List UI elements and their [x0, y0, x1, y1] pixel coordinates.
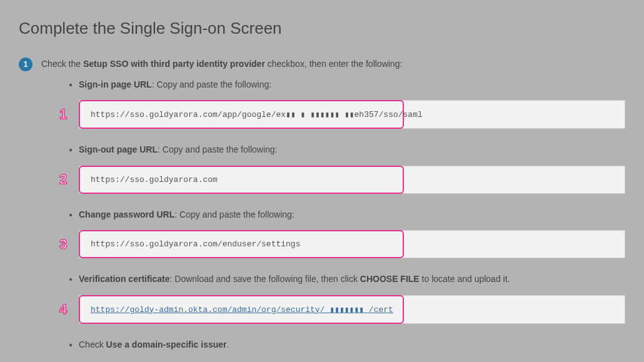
list-item: Verification certificate: Download and s…: [79, 272, 625, 286]
bullet-list: Check Use a domain-specific issuer. (Opt…: [79, 338, 625, 362]
annotation-number: 4: [55, 301, 71, 318]
code-row: 1 https://sso.goldyarora.com/app/google/…: [55, 100, 625, 129]
step-suffix: checkbox, then enter the following:: [265, 59, 402, 69]
list-item: Check Use a domain-specific issuer.: [79, 338, 625, 351]
item-label-rest-prefix: : Download and save the following file, …: [170, 274, 360, 284]
code-row: 3 https://sso.goldyarora.com/enduser/set…: [55, 230, 625, 258]
annotation-number: 2: [55, 171, 71, 188]
item-label-rest: : Copy and paste the following:: [152, 79, 271, 89]
trailing-prefix: Check: [79, 339, 106, 349]
certificate-url-link[interactable]: https://goldy-admin.okta.com/admin/org/s…: [79, 295, 625, 324]
page-title: Complete the Single Sign-on Screen: [19, 19, 625, 38]
step-prefix: Check the: [41, 59, 83, 69]
code-row: 2 https://sso.goldyarora.com: [55, 166, 625, 194]
step-number-badge: 1: [19, 58, 33, 71]
bullet-list: Change password URL: Copy and paste the …: [79, 208, 625, 221]
signout-url-code[interactable]: https://sso.goldyarora.com: [79, 166, 625, 194]
annotation-number: 1: [55, 106, 71, 123]
bullet-list: Sign-in page URL: Copy and paste the fol…: [79, 78, 625, 91]
list-item: Change password URL: Copy and paste the …: [79, 208, 625, 221]
item-label-bold: Verification certificate: [79, 274, 170, 284]
change-password-url-code[interactable]: https://sso.goldyarora.com/enduser/setti…: [79, 230, 625, 258]
item-label-rest: : Copy and paste the following:: [174, 209, 294, 219]
step-row: 1 Check the Setup SSO with third party i…: [19, 57, 625, 71]
item-label-rest-suffix: to locate and upload it.: [420, 274, 510, 284]
code-row: 4 https://goldy-admin.okta.com/admin/org…: [55, 295, 625, 324]
list-item: Sign-out page URL: Copy and paste the fo…: [79, 143, 625, 156]
item-label-rest: : Copy and paste the following:: [158, 144, 277, 154]
item-label-bold: Change password URL: [79, 209, 174, 219]
bullet-list: Sign-out page URL: Copy and paste the fo…: [79, 143, 625, 156]
bullet-list: Verification certificate: Download and s…: [79, 272, 625, 286]
annotation-number: 3: [55, 236, 71, 253]
item-label-bold: Sign-out page URL: [79, 144, 158, 154]
trailing-bold: Use a domain-specific issuer: [106, 339, 227, 349]
trailing-suffix: .: [227, 339, 229, 349]
list-item: Sign-in page URL: Copy and paste the fol…: [79, 78, 625, 91]
step-text: Check the Setup SSO with third party ide…: [41, 57, 402, 71]
item-label-bold: Sign-in page URL: [79, 79, 152, 89]
item-label-rest-bold: CHOOSE FILE: [360, 274, 420, 284]
signin-url-code[interactable]: https://sso.goldyarora.com/app/google/ex…: [79, 100, 625, 129]
step-bold: Setup SSO with third party identity prov…: [83, 59, 265, 69]
